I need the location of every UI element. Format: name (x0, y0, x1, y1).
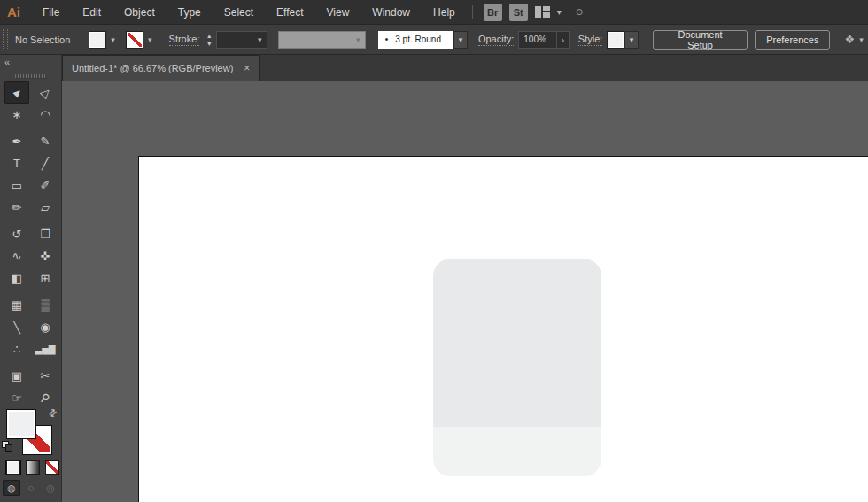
fill-color-swatch[interactable] (89, 31, 106, 49)
app-logo: Ai (7, 4, 20, 19)
eraser-tool[interactable]: ▱ (33, 197, 58, 219)
menu-help[interactable]: Help (422, 0, 467, 25)
menu-window[interactable]: Window (360, 0, 422, 25)
perspective-grid-tool[interactable]: ⊞ (33, 267, 58, 290)
chevron-down-icon[interactable]: ▾ (253, 31, 267, 49)
menu-edit[interactable]: Edit (71, 0, 112, 25)
line-segment-tool[interactable]: ╱ (33, 152, 58, 174)
document-tab-bar: Untitled-1* @ 66.67% (RGB/Preview) × (62, 55, 868, 81)
menu-file[interactable]: File (31, 0, 71, 25)
shaper-tool[interactable]: ✏ (4, 197, 29, 219)
selection-tool[interactable]: ► (4, 81, 29, 104)
stroke-color-swatch[interactable] (126, 31, 143, 49)
bridge-button[interactable]: Br (484, 4, 502, 21)
panel-drag-grip[interactable] (15, 74, 47, 79)
gradient-button[interactable] (26, 460, 40, 475)
shape-top-section (433, 259, 601, 427)
menu-type[interactable]: Type (167, 0, 213, 25)
stroke-chevron-icon[interactable]: ▾ (143, 31, 157, 49)
canvas-pasteboard[interactable] (62, 81, 868, 502)
menu-view[interactable]: View (315, 0, 361, 25)
fill-chevron-icon[interactable]: ▾ (106, 31, 120, 49)
slice-tool[interactable]: ✂ (33, 365, 58, 387)
brush-definition-field[interactable]: • 3 pt. Round (378, 31, 453, 49)
rectangle-tool[interactable]: ▭ (4, 174, 29, 197)
color-button[interactable] (6, 460, 20, 475)
opacity-label[interactable]: Opacity: (478, 34, 514, 46)
artboard-tool[interactable]: ▣ (4, 365, 29, 387)
lasso-tool[interactable]: ◠ (33, 104, 58, 126)
menu-select[interactable]: Select (213, 0, 265, 25)
pen-tool[interactable]: ✒ (4, 130, 29, 152)
chevron-down-icon: ▾ (352, 31, 365, 49)
workspace-switcher-icon[interactable] (535, 6, 550, 18)
blend-tool[interactable]: ◉ (33, 316, 58, 338)
document-setup-button[interactable]: Document Setup (653, 30, 748, 50)
opacity-input[interactable]: 100% (518, 31, 557, 49)
magic-wand-tool[interactable]: ∗ (4, 104, 29, 126)
document-tab-title: Untitled-1* @ 66.67% (RGB/Preview) (72, 63, 233, 73)
document-tab[interactable]: Untitled-1* @ 66.67% (RGB/Preview) × (62, 55, 260, 81)
tools-panel: « ► ▷ ∗ ◠ ✒ ✎ T ╱ ▭ ✐ ✏ ▱ ↺ ❐ ∿ ✜ (0, 55, 62, 502)
opacity-value: 100% (523, 35, 546, 44)
curvature-tool[interactable]: ✎ (33, 130, 58, 152)
stock-button[interactable]: St (509, 4, 528, 21)
draw-normal-button[interactable]: ◍ (3, 480, 20, 496)
draw-inside-button: ◎ (42, 480, 59, 496)
width-profile-dropdown: ▾ (278, 31, 366, 49)
puppet-warp-tool[interactable]: ✜ (33, 245, 58, 267)
paintbrush-tool[interactable]: ✐ (33, 174, 58, 197)
workspace: Untitled-1* @ 66.67% (RGB/Preview) × (62, 55, 868, 502)
select-similar-chevron-icon[interactable]: ▾ (855, 31, 868, 49)
gradient-tool[interactable]: ▒ (33, 294, 58, 316)
step-up-icon[interactable]: ▴ (204, 32, 214, 40)
collapse-panel-icon[interactable]: « (4, 57, 10, 67)
select-similar-icon[interactable]: ❖ (844, 33, 855, 46)
close-tab-icon[interactable]: × (244, 62, 250, 74)
artboard[interactable] (138, 156, 868, 502)
scale-tool[interactable]: ❐ (33, 223, 58, 245)
preferences-button[interactable]: Preferences (755, 30, 830, 50)
step-down-icon[interactable]: ▾ (204, 40, 214, 48)
chevron-down-icon: ▾ (459, 35, 463, 44)
brush-definition-value: 3 pt. Round (395, 35, 441, 44)
rounded-rect-shape[interactable] (433, 259, 601, 476)
default-stroke-mini (5, 444, 12, 452)
brush-dropdown-button[interactable]: ▾ (453, 31, 468, 49)
symbol-sprayer-tool[interactable]: ∴ (4, 338, 29, 360)
style-swatch[interactable] (607, 31, 624, 49)
color-type-row (6, 460, 59, 475)
shape-builder-tool[interactable]: ◧ (4, 267, 29, 290)
control-bar: No Selection ▾ ▾ Stroke: ▴ ▾ ▾ ▾ • 3 pt.… (0, 25, 868, 55)
rotate-tool[interactable]: ↺ (4, 223, 29, 245)
stroke-label[interactable]: Stroke: (169, 34, 200, 46)
none-button[interactable] (45, 460, 59, 475)
workspace-chevron-icon[interactable]: ▾ (557, 7, 562, 17)
swap-fill-stroke-icon[interactable]: ⇄ (46, 406, 60, 421)
shape-bottom-section (433, 427, 601, 476)
default-fill-stroke-icon[interactable] (2, 441, 13, 452)
fill-swatch[interactable] (6, 409, 36, 439)
menu-effect[interactable]: Effect (265, 0, 314, 25)
menu-object[interactable]: Object (112, 0, 167, 25)
gpu-performance-icon[interactable]: ⊙ (576, 7, 583, 17)
illustrator-window: Ai File Edit Object Type Select Effect V… (0, 0, 868, 502)
tools-grid: ► ▷ ∗ ◠ ✒ ✎ T ╱ ▭ ✐ ✏ ▱ ↺ ❐ ∿ ✜ ◧ ⊞ (3, 81, 59, 409)
opacity-arrow-button[interactable]: › (557, 31, 570, 49)
eyedropper-tool[interactable]: ╲ (4, 316, 29, 338)
stroke-weight-dropdown[interactable]: ▾ (216, 31, 267, 49)
style-label[interactable]: Style: (578, 34, 603, 46)
main-area: « ► ▷ ∗ ◠ ✒ ✎ T ╱ ▭ ✐ ✏ ▱ ↺ ❐ ∿ ✜ (0, 55, 868, 502)
width-tool[interactable]: ∿ (4, 245, 29, 267)
stroke-weight-stepper[interactable]: ▴ ▾ (204, 30, 214, 50)
style-dropdown-button[interactable]: ▾ (624, 31, 639, 49)
direct-selection-tool[interactable]: ▷ (33, 81, 58, 104)
selection-status: No Selection (15, 35, 76, 45)
panel-grip[interactable] (3, 29, 8, 50)
drawing-modes-row: ◍ ◌ ◎ (3, 480, 59, 496)
draw-behind-button[interactable]: ◌ (22, 480, 40, 496)
brush-dot-icon: • (385, 35, 389, 44)
column-graph-tool[interactable]: ▃▅▇ (33, 338, 58, 360)
type-tool[interactable]: T (4, 152, 29, 174)
mesh-tool[interactable]: ▦ (4, 294, 29, 316)
